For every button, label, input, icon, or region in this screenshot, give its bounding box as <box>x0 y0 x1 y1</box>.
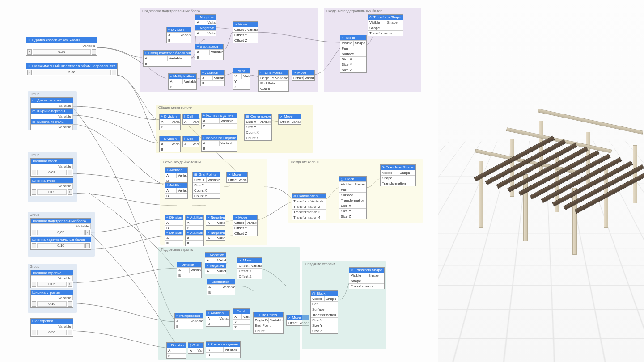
node-negative[interactable]: − Negative AVariable <box>195 25 216 36</box>
node-negative[interactable]: − Negative AVariable <box>205 252 226 263</box>
node-move[interactable]: ↗ Move OffsetVariable <box>226 172 248 183</box>
node-block[interactable]: ▢ Block VisibleShape Pen Surface Transfo… <box>339 176 367 219</box>
node-line-points[interactable]: ⋯ Line Points Begin PointVariable End Po… <box>258 70 289 92</box>
node-division[interactable]: ÷ Division AVariable B <box>159 114 181 130</box>
pergola-model <box>461 107 622 232</box>
node-subtraction[interactable]: − Subtraction AVariable B <box>195 44 224 60</box>
node-point[interactable]: · Point XVariable Y Z <box>233 308 250 330</box>
node-count-by-length[interactable]: + Кол-во по длине AVariable B <box>206 341 241 358</box>
input-post-thickness[interactable]: Толщина стоек Variable ‹0,03› <box>30 158 73 177</box>
node-division[interactable]: ÷ Division AB <box>165 215 183 231</box>
input-rafter-thickness[interactable]: Толщина стропил Variable ‹0,05› <box>30 270 73 288</box>
node-count-by-width[interactable]: + Кол-во по ширине AVariable B <box>201 135 237 152</box>
node-multiplication[interactable]: × Multiplication AVariable B <box>174 313 203 329</box>
node-block[interactable]: ▢ Block VisibleShape Pen Surface Size X … <box>340 35 367 73</box>
input-pergola-width[interactable]: ▭Ширина перголы Variable <box>30 108 73 119</box>
node-move[interactable]: ↗ Move Offset XVariable Offset Y Offset … <box>233 215 258 236</box>
dim-icon: ▭ <box>32 98 36 102</box>
node-addition[interactable]: + Addition AVariable B <box>206 310 230 327</box>
input-subrafter-width[interactable]: Ширина подстропильных балок ‹0,10› <box>30 237 91 250</box>
node-negative[interactable]: − Negative AVariable <box>205 263 226 274</box>
node-ceil[interactable]: ⌈ Ceil AVariable <box>182 114 199 125</box>
node-division[interactable]: ÷ Division AB <box>166 342 186 359</box>
input-subrafter-thickness[interactable]: Толщина подстропильных балок Variable ‹0… <box>30 218 91 236</box>
node-subtraction[interactable]: − Subtraction AVariable B <box>207 279 235 295</box>
node-block[interactable]: ▢ Block VisibleShape Pen Surface Transfo… <box>310 290 338 334</box>
dim-icon: ▭ <box>32 109 36 113</box>
node-line-points[interactable]: ⋯ Line Points Begin PointVariable End Po… <box>253 312 284 334</box>
decrement-button[interactable]: ‹ <box>27 49 32 55</box>
input-rafter-width[interactable]: Ширина стропил Variable ‹0,10› <box>30 290 73 308</box>
node-grid-columns[interactable]: ▦ Сетка колонн Size XVariable Size Y Cou… <box>244 114 272 141</box>
node-count-by-length[interactable]: + Кол-во по длине AVariable B <box>201 113 237 129</box>
node-editor-canvas[interactable]: ⟷Длина свесов от оси колонн Variable ‹0,… <box>0 0 438 362</box>
node-multiplication[interactable]: × Multiplication AVariable B <box>168 73 197 90</box>
node-division[interactable]: ÷ Division AVariable B <box>177 262 202 278</box>
node-addition[interactable]: + Addition AVariable B <box>200 70 225 86</box>
node-point[interactable]: · Point XVariable Y Z <box>233 68 250 90</box>
node-move[interactable]: ↗ Move Offset XVariable Offset Y Offset … <box>233 21 258 43</box>
node-addition[interactable]: + Addition AVariable B <box>165 182 188 199</box>
node-transform-shape[interactable]: ⟳ Transform Shape VisibleShape Shape Tra… <box>368 14 403 36</box>
node-addition[interactable]: + Addition AB <box>185 215 204 231</box>
node-move[interactable]: ↗ Move OffsetVariable <box>292 70 315 81</box>
input-pergola-length[interactable]: ▭Длина перголы Variable <box>30 97 73 109</box>
ruler-icon: ⟷ <box>28 38 33 42</box>
node-ceil[interactable]: ⌈ Ceil AVariable <box>182 136 199 147</box>
node-move[interactable]: ↗ Move OffsetVariable <box>278 114 301 125</box>
node-grid-points[interactable]: ▦ Grid Points Size XVariable Size Y Coun… <box>192 172 220 199</box>
node-move[interactable]: ↗ Move Offset XVariable Offset Y Offset … <box>237 257 262 279</box>
input-overhang-length[interactable]: ⟷Длина свесов от оси колонн Variable ‹0,… <box>26 37 97 56</box>
node-offset-subrafter-down[interactable]: + Смещ подстроп балок вниз AVariable B <box>143 50 191 67</box>
node-division[interactable]: ÷ Division AB <box>165 230 183 246</box>
ruler-icon: ⟷ <box>28 64 33 68</box>
node-transform-shape[interactable]: ⟳ Transform Shape VisibleShape Shape Tra… <box>380 164 416 186</box>
node-addition[interactable]: + Addition AB <box>185 230 204 246</box>
input-max-post-step[interactable]: ⟷Максимальный шаг стоек в обоих направле… <box>26 63 118 76</box>
node-ceil[interactable]: ⌈ Ceil AVariable <box>188 342 204 354</box>
node-division[interactable]: ÷ Division AVariable B <box>166 27 191 43</box>
node-negative[interactable]: − Negative AVariable <box>206 215 225 226</box>
dim-icon: ▭ <box>32 120 36 124</box>
node-transform-shape[interactable]: ⟳ Transform Shape VisibleShape Shape Tra… <box>349 267 385 289</box>
input-pergola-height[interactable]: ▭Высота перголы Variable <box>30 119 73 130</box>
node-negative[interactable]: − Negative AVariable <box>206 230 225 241</box>
node-combination[interactable]: ⊕ Combination Transformation 1Variable T… <box>292 193 326 220</box>
input-rafter-step[interactable]: Шаг стропил Variable ‹0,50› <box>30 318 73 337</box>
node-addition[interactable]: + Addition AVariable B <box>165 167 188 184</box>
node-negative[interactable]: − Negative AVariable <box>195 14 216 25</box>
input-post-width[interactable]: Ширина стоек Variable ‹0,09› <box>30 178 73 196</box>
3d-viewport[interactable] <box>438 0 644 362</box>
node-division[interactable]: ÷ Division AVariable B <box>159 136 181 152</box>
increment-button[interactable]: › <box>92 49 96 55</box>
